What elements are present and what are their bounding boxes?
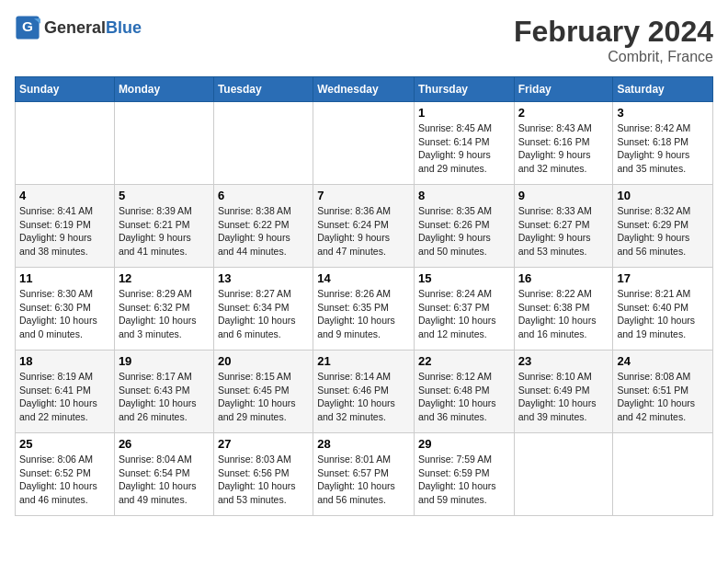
weekday-header-row: SundayMondayTuesdayWednesdayThursdayFrid… [16,77,713,102]
calendar-cell: 9Sunrise: 8:33 AMSunset: 6:27 PMDaylight… [514,185,613,268]
calendar-cell: 24Sunrise: 8:08 AMSunset: 6:51 PMDayligh… [613,350,713,433]
calendar-cell: 7Sunrise: 8:36 AMSunset: 6:24 PMDaylight… [313,185,415,268]
calendar-cell: 21Sunrise: 8:14 AMSunset: 6:46 PMDayligh… [313,350,415,433]
day-info: Sunrise: 8:38 AMSunset: 6:22 PMDaylight:… [218,204,309,259]
day-number: 1 [418,106,510,120]
weekday-header-friday: Friday [514,77,613,102]
day-info: Sunrise: 8:17 AMSunset: 6:43 PMDaylight:… [119,370,210,424]
calendar-cell [514,433,613,516]
calendar-cell: 23Sunrise: 8:10 AMSunset: 6:49 PMDayligh… [514,350,613,433]
calendar-title: February 2024 [514,15,713,49]
weekday-header-tuesday: Tuesday [213,77,313,102]
calendar-cell: 27Sunrise: 8:03 AMSunset: 6:56 PMDayligh… [213,433,313,516]
day-info: Sunrise: 8:41 AMSunset: 6:19 PMDaylight:… [19,204,110,259]
day-number: 2 [518,106,609,120]
day-info: Sunrise: 8:35 AMSunset: 6:26 PMDaylight:… [418,204,510,259]
day-number: 11 [19,271,110,285]
day-number: 4 [19,189,110,202]
calendar-cell: 13Sunrise: 8:27 AMSunset: 6:34 PMDayligh… [213,268,313,350]
page-header: G General Blue February 2024 Combrit, Fr… [15,15,713,65]
day-number: 21 [317,354,410,368]
day-info: Sunrise: 7:59 AMSunset: 6:59 PMDaylight:… [418,453,510,507]
calendar-subtitle: Combrit, France [514,49,713,65]
day-number: 19 [119,354,210,368]
calendar-cell: 2Sunrise: 8:43 AMSunset: 6:16 PMDaylight… [514,102,613,185]
calendar-cell: 22Sunrise: 8:12 AMSunset: 6:48 PMDayligh… [414,350,514,433]
weekday-header-monday: Monday [114,77,213,102]
calendar-cell [16,102,115,185]
day-info: Sunrise: 8:01 AMSunset: 6:57 PMDaylight:… [317,453,410,507]
calendar-cell [114,102,213,185]
calendar-cell: 12Sunrise: 8:29 AMSunset: 6:32 PMDayligh… [114,268,213,350]
week-row-2: 4Sunrise: 8:41 AMSunset: 6:19 PMDaylight… [16,185,713,268]
day-info: Sunrise: 8:14 AMSunset: 6:46 PMDaylight:… [317,370,410,424]
logo: G General Blue [15,15,142,40]
calendar-cell: 4Sunrise: 8:41 AMSunset: 6:19 PMDaylight… [16,185,115,268]
day-info: Sunrise: 8:24 AMSunset: 6:37 PMDaylight:… [418,287,510,341]
logo-icon: G [15,15,40,40]
logo-blue-text: Blue [106,18,142,38]
calendar-cell: 29Sunrise: 7:59 AMSunset: 6:59 PMDayligh… [414,433,514,516]
day-number: 15 [418,271,510,285]
day-info: Sunrise: 8:15 AMSunset: 6:45 PMDaylight:… [218,370,309,424]
calendar-cell: 10Sunrise: 8:32 AMSunset: 6:29 PMDayligh… [613,185,713,268]
day-info: Sunrise: 8:45 AMSunset: 6:14 PMDaylight:… [418,121,510,176]
calendar-table: SundayMondayTuesdayWednesdayThursdayFrid… [15,76,713,516]
day-number: 6 [218,189,309,202]
day-number: 12 [119,271,210,285]
day-number: 13 [218,271,309,285]
logo-general-text: General [44,18,106,38]
day-number: 10 [617,189,709,202]
day-number: 14 [317,271,410,285]
day-number: 20 [218,354,309,368]
week-row-1: 1Sunrise: 8:45 AMSunset: 6:14 PMDaylight… [16,102,713,185]
calendar-cell: 6Sunrise: 8:38 AMSunset: 6:22 PMDaylight… [213,185,313,268]
day-number: 26 [119,437,210,451]
day-info: Sunrise: 8:12 AMSunset: 6:48 PMDaylight:… [418,370,510,424]
calendar-cell: 14Sunrise: 8:26 AMSunset: 6:35 PMDayligh… [313,268,415,350]
weekday-header-saturday: Saturday [613,77,713,102]
day-info: Sunrise: 8:43 AMSunset: 6:16 PMDaylight:… [518,121,609,176]
day-number: 23 [518,354,609,368]
calendar-cell: 18Sunrise: 8:19 AMSunset: 6:41 PMDayligh… [16,350,115,433]
calendar-cell: 20Sunrise: 8:15 AMSunset: 6:45 PMDayligh… [213,350,313,433]
day-number: 8 [418,189,510,202]
day-info: Sunrise: 8:19 AMSunset: 6:41 PMDaylight:… [19,370,110,424]
calendar-cell [213,102,313,185]
weekday-header-sunday: Sunday [16,77,115,102]
day-number: 25 [19,437,110,451]
day-info: Sunrise: 8:10 AMSunset: 6:49 PMDaylight:… [518,370,609,424]
day-info: Sunrise: 8:36 AMSunset: 6:24 PMDaylight:… [317,204,410,259]
calendar-cell: 28Sunrise: 8:01 AMSunset: 6:57 PMDayligh… [313,433,415,516]
title-block: February 2024 Combrit, France [514,15,713,65]
day-info: Sunrise: 8:39 AMSunset: 6:21 PMDaylight:… [119,204,210,259]
day-number: 5 [119,189,210,202]
calendar-cell: 11Sunrise: 8:30 AMSunset: 6:30 PMDayligh… [16,268,115,350]
calendar-cell [313,102,415,185]
calendar-cell: 5Sunrise: 8:39 AMSunset: 6:21 PMDaylight… [114,185,213,268]
calendar-cell: 8Sunrise: 8:35 AMSunset: 6:26 PMDaylight… [414,185,514,268]
day-info: Sunrise: 8:04 AMSunset: 6:54 PMDaylight:… [119,453,210,507]
day-number: 18 [19,354,110,368]
calendar-cell [613,433,713,516]
day-number: 9 [518,189,609,202]
day-info: Sunrise: 8:03 AMSunset: 6:56 PMDaylight:… [218,453,309,507]
day-info: Sunrise: 8:21 AMSunset: 6:40 PMDaylight:… [617,287,709,341]
calendar-cell: 25Sunrise: 8:06 AMSunset: 6:52 PMDayligh… [16,433,115,516]
week-row-3: 11Sunrise: 8:30 AMSunset: 6:30 PMDayligh… [16,268,713,350]
day-number: 24 [617,354,709,368]
calendar-cell: 17Sunrise: 8:21 AMSunset: 6:40 PMDayligh… [613,268,713,350]
day-number: 22 [418,354,510,368]
day-info: Sunrise: 8:27 AMSunset: 6:34 PMDaylight:… [218,287,309,341]
week-row-4: 18Sunrise: 8:19 AMSunset: 6:41 PMDayligh… [16,350,713,433]
calendar-cell: 26Sunrise: 8:04 AMSunset: 6:54 PMDayligh… [114,433,213,516]
day-info: Sunrise: 8:26 AMSunset: 6:35 PMDaylight:… [317,287,410,341]
day-info: Sunrise: 8:42 AMSunset: 6:18 PMDaylight:… [617,121,709,176]
day-number: 17 [617,271,709,285]
day-number: 29 [418,437,510,451]
day-number: 7 [317,189,410,202]
calendar-cell: 3Sunrise: 8:42 AMSunset: 6:18 PMDaylight… [613,102,713,185]
day-info: Sunrise: 8:33 AMSunset: 6:27 PMDaylight:… [518,204,609,259]
day-number: 27 [218,437,309,451]
weekday-header-wednesday: Wednesday [313,77,415,102]
